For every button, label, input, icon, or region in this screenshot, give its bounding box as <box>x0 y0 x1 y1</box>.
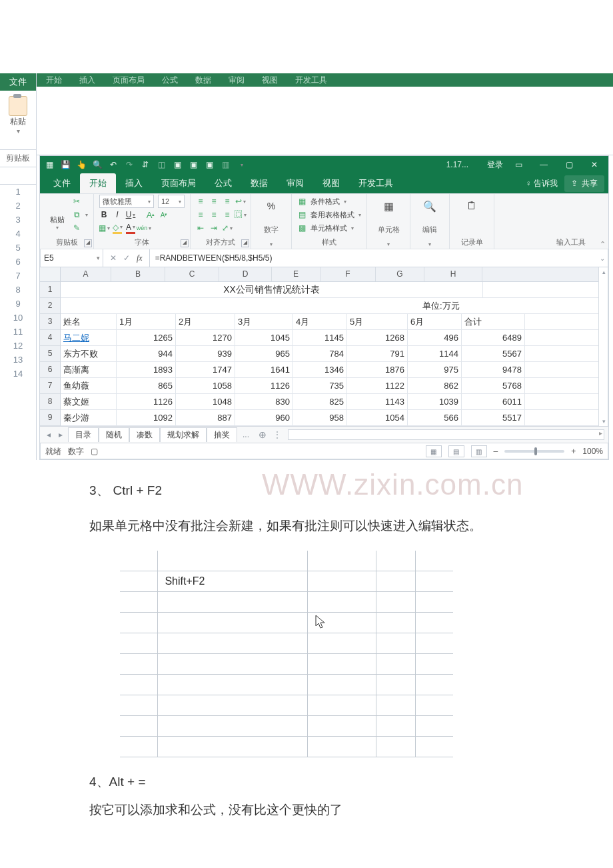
share-button[interactable]: ⇪共享 <box>564 175 604 192</box>
row-header[interactable]: 3 <box>40 314 60 330</box>
fill-color-button[interactable]: ◇ <box>113 223 122 234</box>
cut-icon[interactable]: ✂ <box>72 197 81 206</box>
ribbon-display-icon[interactable]: ▭ <box>508 157 528 172</box>
ribbon-tab[interactable]: 页面布局 <box>152 173 205 193</box>
ribbon-tab[interactable]: 文件 <box>44 173 80 193</box>
column-header[interactable]: C <box>165 267 219 281</box>
ribbon-tab[interactable]: 视图 <box>313 173 349 193</box>
minimize-button[interactable]: — <box>534 157 554 172</box>
zoom-in-button[interactable]: + <box>571 447 576 456</box>
view-page-break-button[interactable]: ▥ <box>471 445 487 457</box>
align-right-icon[interactable]: ≡ <box>223 210 232 219</box>
close-button[interactable]: ✕ <box>584 157 604 172</box>
add-sheet-button[interactable]: ⊕ <box>255 429 271 440</box>
scroll-up-button[interactable]: ▴ <box>602 267 606 275</box>
wrap-text-icon[interactable]: ↩ <box>236 197 245 206</box>
touch-mode-icon[interactable]: 👆 <box>76 159 87 170</box>
sheet-tab[interactable]: 抽奖 <box>207 427 237 442</box>
zoom-level[interactable]: 100% <box>582 447 603 456</box>
sheet-nav-prev[interactable]: ◂ <box>44 430 53 439</box>
ribbon-tab[interactable]: 数据 <box>241 173 277 193</box>
sheet-tab[interactable]: 目录 <box>68 427 99 442</box>
outer-row-header[interactable]: 4 <box>0 227 36 241</box>
row-header[interactable]: 9 <box>40 410 60 426</box>
quick-icon-2[interactable]: ▣ <box>188 159 199 170</box>
outer-tab[interactable]: 页面布局 <box>113 75 145 86</box>
outer-row-header[interactable]: 9 <box>0 297 36 311</box>
collapse-ribbon-button[interactable]: ⌃ <box>596 194 608 249</box>
orientation-icon[interactable]: ⤢ <box>223 223 232 233</box>
outer-tab[interactable]: 数据 <box>195 75 211 86</box>
row-header[interactable]: 7 <box>40 378 60 394</box>
align-bottom-icon[interactable]: ≡ <box>223 197 232 206</box>
redo-icon[interactable]: ↷ <box>124 159 135 170</box>
sheet-tab[interactable]: 规划求解 <box>160 427 207 442</box>
macro-record-icon[interactable]: ▢ <box>91 447 98 456</box>
tell-me-search[interactable]: ♀ 告诉我 <box>526 178 558 189</box>
outer-row-header[interactable]: 3 <box>0 213 36 227</box>
align-center-icon[interactable]: ≡ <box>209 210 219 219</box>
find-select-button[interactable]: 🔍 <box>416 195 444 217</box>
outer-row-header[interactable]: 2 <box>0 199 36 213</box>
align-middle-icon[interactable]: ≡ <box>209 197 219 206</box>
sheet-nav-next[interactable]: ▸ <box>56 430 65 439</box>
row-header[interactable]: 2 <box>40 298 60 314</box>
outer-row-header[interactable]: 6 <box>0 255 36 269</box>
scroll-down-button[interactable]: ▾ <box>602 418 606 426</box>
row-header[interactable]: 5 <box>40 346 60 362</box>
format-painter-icon[interactable]: ✎ <box>72 223 81 233</box>
formula-input[interactable]: =RANDBETWEEN($H5/8,$H5/5) <box>150 253 596 263</box>
font-color-button[interactable]: A <box>126 223 135 234</box>
number-format-button[interactable]: % <box>257 195 286 217</box>
sheet-tab[interactable]: 随机 <box>99 427 129 442</box>
align-left-icon[interactable]: ≡ <box>196 210 205 219</box>
ribbon-tab[interactable]: 公式 <box>205 173 241 193</box>
ribbon-tab[interactable]: 插入 <box>116 173 152 193</box>
cell-styles-button[interactable]: ▩单元格样式▾ <box>297 222 361 234</box>
cells-button[interactable]: ▦ <box>372 195 404 217</box>
font-name-select[interactable]: 微软雅黑 ▾ <box>99 195 154 208</box>
insert-function-button[interactable]: fx <box>137 253 143 263</box>
font-dialog-launcher[interactable]: ◢ <box>181 239 189 247</box>
format-as-table-button[interactable]: ▤套用表格格式▾ <box>297 209 361 221</box>
column-header[interactable]: F <box>320 267 376 281</box>
font-decrease-icon[interactable]: A▾ <box>159 210 169 219</box>
select-all-corner[interactable] <box>40 267 60 282</box>
conditional-formatting-button[interactable]: ▦条件格式▾ <box>297 195 361 207</box>
outer-select-all-corner[interactable] <box>0 174 36 185</box>
bold-button[interactable]: B <box>99 210 109 219</box>
phonetic-button[interactable]: wén <box>139 223 149 233</box>
quick-icon-1[interactable]: ◫ <box>156 159 167 170</box>
outer-tab[interactable]: 审阅 <box>229 75 245 86</box>
outer-tab[interactable]: 视图 <box>262 75 278 86</box>
paste-button[interactable]: 粘贴 ▾ <box>45 195 69 234</box>
camera-icon[interactable]: ▣ <box>172 159 183 170</box>
outer-row-header[interactable]: 10 <box>0 311 36 325</box>
quick-icon-3[interactable]: ▣ <box>204 159 215 170</box>
zoom-slider[interactable] <box>504 450 564 453</box>
zoom-out-button[interactable]: – <box>494 447 498 456</box>
ribbon-tab[interactable]: 开始 <box>80 173 116 193</box>
outer-tab[interactable]: 开始 <box>46 75 62 86</box>
sheet-tab[interactable]: 凑数 <box>129 427 160 442</box>
undo-icon[interactable]: ↶ <box>108 159 119 170</box>
column-header[interactable]: A <box>61 267 111 281</box>
row-header[interactable]: 8 <box>40 394 60 410</box>
row-header[interactable]: 6 <box>40 362 60 378</box>
outer-row-header[interactable]: 13 <box>0 353 36 367</box>
outer-row-header[interactable]: 8 <box>0 283 36 297</box>
ribbon-tab[interactable]: 开发工具 <box>349 173 402 193</box>
alignment-dialog-launcher[interactable]: ◢ <box>241 239 249 247</box>
column-header[interactable]: H <box>424 267 482 281</box>
outer-row-header[interactable]: 1 <box>0 185 36 199</box>
print-preview-icon[interactable]: 🔍 <box>92 159 103 170</box>
italic-button[interactable]: I <box>113 210 122 219</box>
outer-tab[interactable]: 开发工具 <box>295 75 327 86</box>
underline-button[interactable]: U <box>126 210 135 219</box>
font-increase-icon[interactable]: A▴ <box>146 210 155 219</box>
decrease-indent-icon[interactable]: ⇤ <box>196 223 205 233</box>
cancel-edit-button[interactable]: ✕ <box>110 253 117 263</box>
enter-edit-button[interactable]: ✓ <box>123 253 130 263</box>
column-headers[interactable]: ABCDEFGH <box>61 267 598 282</box>
outer-row-header[interactable]: 14 <box>0 367 36 381</box>
